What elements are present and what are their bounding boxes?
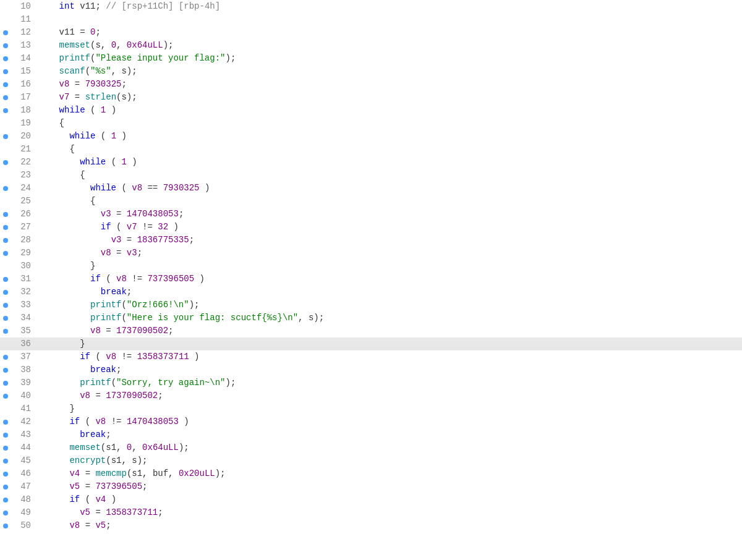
breakpoint-dot[interactable] (0, 511, 11, 515)
code-token: if (80, 352, 90, 362)
code-token: = (69, 92, 85, 102)
breakpoint-dot[interactable] (0, 277, 11, 282)
code-token (38, 209, 101, 219)
breakpoint-dot[interactable] (0, 186, 11, 191)
line-number: 37 (11, 350, 36, 363)
breakpoint-dot[interactable] (0, 329, 11, 334)
breakpoint-dot[interactable] (0, 30, 11, 35)
code-token: 737396505 (147, 274, 194, 284)
code-token: "Please input your flag:" (95, 53, 225, 63)
code-token: break (90, 365, 116, 375)
breakpoint-dot[interactable] (0, 303, 11, 308)
breakpoint-dot[interactable] (0, 160, 11, 165)
line-number: 41 (11, 402, 36, 415)
line-number: 23 (11, 169, 36, 182)
breakpoint-dot[interactable] (0, 472, 11, 477)
code-token: 737396505 (95, 482, 142, 491)
code-line: 22 while ( 1 ) (0, 156, 742, 169)
breakpoint-dot[interactable] (0, 290, 11, 295)
breakpoint-dot[interactable] (0, 368, 11, 373)
code-line: 29 v8 = v3; (0, 247, 742, 260)
code-token: ( (121, 300, 126, 310)
breakpoint-dot[interactable] (0, 381, 11, 386)
breakpoint-dot[interactable] (0, 355, 11, 360)
code-line: 50 v8 = v5; (0, 519, 742, 532)
line-number: 19 (11, 117, 36, 130)
line-number: 24 (11, 182, 36, 195)
breakpoint-dot[interactable] (0, 108, 11, 113)
breakpoint-dot[interactable] (0, 56, 11, 61)
dot-indicator (3, 511, 8, 515)
breakpoint-dot[interactable] (0, 459, 11, 464)
code-line: 46 v4 = memcmp(s1, buf, 0x20uLL); (0, 467, 742, 480)
line-content: memset(s, 0, 0x64uLL); (36, 39, 742, 52)
code-token (38, 235, 111, 245)
code-token: ); (225, 53, 236, 63)
line-content: encrypt(s1, s); (36, 454, 742, 467)
line-number: 21 (11, 143, 36, 156)
dot-indicator (3, 524, 8, 528)
breakpoint-dot[interactable] (0, 394, 11, 399)
line-content: if ( v8 != 737396505 ) (36, 273, 742, 286)
code-token (38, 469, 69, 478)
code-token (38, 443, 69, 452)
code-token (38, 378, 80, 388)
code-token: ) (127, 157, 137, 167)
code-line: 33 printf("Orz!666!\n"); (0, 299, 742, 312)
dot-indicator (3, 43, 8, 48)
breakpoint-dot[interactable] (0, 316, 11, 321)
breakpoint-dot[interactable] (0, 225, 11, 230)
line-number: 32 (11, 286, 36, 299)
code-token: } (38, 404, 75, 414)
line-number: 20 (11, 130, 36, 143)
breakpoint-dot[interactable] (0, 238, 11, 243)
breakpoint-dot[interactable] (0, 433, 11, 438)
dot-indicator (3, 160, 8, 165)
breakpoint-dot[interactable] (0, 485, 11, 490)
code-token (38, 300, 90, 310)
code-token: (s1, buf, (127, 469, 179, 478)
breakpoint-dot[interactable] (0, 212, 11, 217)
code-token: ; (106, 520, 111, 530)
code-token (38, 274, 90, 284)
breakpoint-dot[interactable] (0, 134, 11, 139)
code-token: 0x64uLL (142, 443, 179, 452)
breakpoint-dot[interactable] (0, 95, 11, 100)
code-token: v11 = (38, 27, 90, 37)
line-number: 43 (11, 428, 36, 441)
dot-indicator (3, 56, 8, 61)
code-token (38, 66, 59, 76)
code-token: ); (225, 378, 236, 388)
breakpoint-dot[interactable] (0, 420, 11, 425)
code-token: while (69, 131, 95, 141)
breakpoint-dot[interactable] (0, 524, 11, 528)
dot-indicator (3, 472, 8, 477)
line-content: v11 = 0; (36, 26, 742, 39)
code-token: v8 (69, 520, 80, 530)
code-token: if (69, 417, 80, 426)
code-token: printf (90, 313, 121, 323)
code-token: ( (95, 131, 111, 141)
code-token: { (38, 118, 64, 128)
line-number: 28 (11, 234, 36, 247)
breakpoint-dot[interactable] (0, 446, 11, 451)
code-line: 28 v3 = 1836775335; (0, 234, 742, 247)
code-token: 1470438053 (127, 209, 179, 219)
code-token (38, 53, 59, 63)
code-token (38, 494, 69, 504)
code-token: scanf (59, 66, 85, 76)
code-line: 19 { (0, 117, 742, 130)
code-token: (s1, (101, 443, 127, 452)
line-content: v4 = memcmp(s1, buf, 0x20uLL); (36, 467, 742, 480)
dot-indicator (3, 368, 8, 373)
breakpoint-dot[interactable] (0, 251, 11, 256)
line-number: 22 (11, 156, 36, 169)
breakpoint-dot[interactable] (0, 82, 11, 87)
code-token (38, 248, 101, 258)
breakpoint-dot[interactable] (0, 69, 11, 74)
code-line: 26 v3 = 1470438053; (0, 208, 742, 221)
breakpoint-dot[interactable] (0, 43, 11, 48)
line-content: v3 = 1836775335; (36, 234, 742, 247)
breakpoint-dot[interactable] (0, 498, 11, 503)
code-line: 23 { (0, 169, 742, 182)
